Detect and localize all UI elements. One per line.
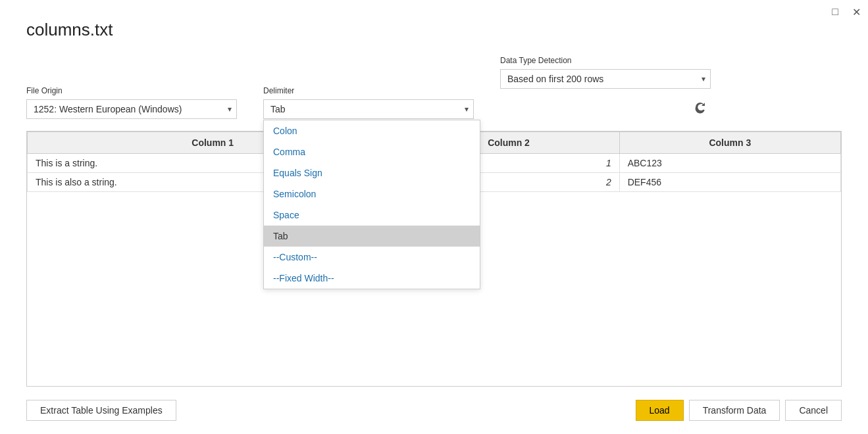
main-container: columns.txt File Origin 1252: Western Eu… xyxy=(0,0,868,434)
row2-col3: DEF456 xyxy=(619,173,840,192)
delimiter-option-colon[interactable]: Colon xyxy=(264,120,480,141)
load-button[interactable]: Load xyxy=(636,400,684,421)
controls-row: File Origin 1252: Western European (Wind… xyxy=(26,56,842,119)
delimiter-label: Delimiter xyxy=(263,86,474,95)
data-type-select[interactable]: Based on first 200 rows xyxy=(500,69,711,89)
column-3-header: Column 3 xyxy=(619,132,840,154)
delimiter-option-equals[interactable]: Equals Sign xyxy=(264,162,480,183)
refresh-icon[interactable] xyxy=(690,97,711,118)
file-origin-label: File Origin xyxy=(26,86,237,95)
delimiter-group: Delimiter Tab ▾ Colon Comma Equals Sign … xyxy=(263,86,474,119)
title-bar: □ ✕ xyxy=(830,7,861,17)
footer-right: Load Transform Data Cancel xyxy=(636,400,842,421)
page-title: columns.txt xyxy=(26,20,842,40)
file-origin-select-wrapper: 1252: Western European (Windows) ▾ xyxy=(26,99,237,119)
delimiter-selected-value: Tab xyxy=(270,104,286,114)
file-origin-select[interactable]: 1252: Western European (Windows) xyxy=(26,99,237,119)
data-type-group: Data Type Detection Based on first 200 r… xyxy=(500,56,711,119)
delimiter-select[interactable]: Tab xyxy=(263,99,474,119)
close-button[interactable]: ✕ xyxy=(851,7,861,17)
footer-left: Extract Table Using Examples xyxy=(26,400,176,421)
row1-col3: ABC123 xyxy=(619,154,840,173)
footer: Extract Table Using Examples Load Transf… xyxy=(26,400,842,421)
file-origin-group: File Origin 1252: Western European (Wind… xyxy=(26,86,237,119)
minimize-button[interactable]: □ xyxy=(830,7,840,17)
data-type-select-wrapper: Based on first 200 rows ▾ xyxy=(500,69,711,89)
delimiter-option-semicolon[interactable]: Semicolon xyxy=(264,183,480,205)
delimiter-dropdown: Colon Comma Equals Sign Semicolon Space … xyxy=(263,120,480,289)
delimiter-option-comma[interactable]: Comma xyxy=(264,141,480,162)
transform-data-button[interactable]: Transform Data xyxy=(689,400,780,421)
delimiter-select-wrapper: Tab ▾ xyxy=(263,99,474,119)
delimiter-option-space[interactable]: Space xyxy=(264,205,480,226)
delimiter-option-tab[interactable]: Tab xyxy=(264,226,480,247)
delimiter-option-fixed-width[interactable]: --Fixed Width-- xyxy=(264,268,480,289)
delimiter-option-custom[interactable]: --Custom-- xyxy=(264,247,480,268)
data-type-label: Data Type Detection xyxy=(500,56,711,65)
cancel-button[interactable]: Cancel xyxy=(785,400,842,421)
extract-table-button[interactable]: Extract Table Using Examples xyxy=(26,400,176,421)
